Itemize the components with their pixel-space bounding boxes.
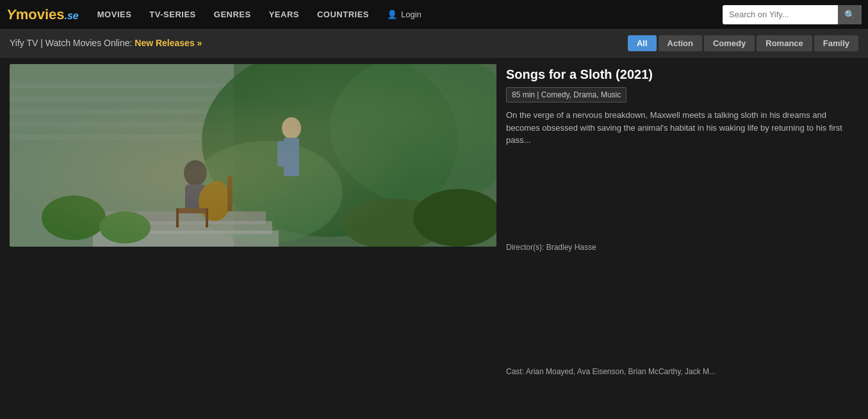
filter-all[interactable]: All: [628, 35, 657, 51]
svg-rect-19: [284, 138, 299, 176]
svg-rect-14: [185, 185, 206, 213]
nav-movies[interactable]: MOVIES: [88, 0, 141, 29]
new-releases-header: Yify TV | Watch Movies Online: New Relea…: [0, 29, 868, 58]
svg-point-18: [282, 117, 301, 139]
filter-romance[interactable]: Romance: [757, 35, 812, 51]
logo[interactable]: Ymovies.se: [6, 6, 79, 23]
svg-rect-6: [10, 135, 234, 140]
movie-cast: Cast: Arian Moayed, Ava Eisenson, Brian …: [506, 367, 858, 376]
nav-countries[interactable]: COUNTRIES: [308, 0, 378, 29]
nav-links: MOVIES TV-SERIES GENRES YEARS COUNTRIES …: [88, 0, 723, 29]
svg-point-16: [208, 181, 227, 204]
section-title-text: New Releases »: [135, 38, 202, 48]
svg-rect-22: [176, 208, 179, 227]
svg-rect-0: [10, 64, 496, 247]
search-button[interactable]: 🔍: [838, 5, 862, 24]
svg-rect-4: [10, 109, 234, 114]
featured-movie-image[interactable]: [10, 64, 496, 247]
svg-rect-23: [206, 208, 208, 227]
movie-poster-bg: [10, 64, 496, 247]
svg-point-9: [189, 141, 343, 243]
section-title-new-releases: Yify TV | Watch Movies Online: New Relea…: [10, 38, 202, 48]
nav-genres[interactable]: GENRES: [205, 0, 260, 29]
svg-point-8: [330, 64, 496, 205]
svg-rect-17: [227, 176, 233, 211]
svg-rect-21: [176, 208, 208, 213]
svg-point-13: [184, 160, 207, 186]
logo-se: .se: [65, 10, 79, 21]
login-label: Login: [401, 10, 422, 19]
filter-family[interactable]: Family: [814, 35, 858, 51]
filter-action[interactable]: Action: [659, 35, 702, 51]
featured-movie-info: Songs for a Sloth (2021) 85 min | Comedy…: [506, 64, 858, 419]
svg-rect-10: [106, 211, 266, 224]
navbar: Ymovies.se MOVIES TV-SERIES GENRES YEARS…: [0, 0, 868, 29]
featured-section: Songs for a Sloth (2021) 85 min | Comedy…: [0, 58, 868, 419]
svg-rect-1: [10, 64, 234, 247]
featured-scene-svg: [10, 64, 496, 247]
search-box: 🔍: [723, 5, 862, 24]
svg-rect-12: [93, 231, 279, 247]
filter-comedy[interactable]: Comedy: [704, 35, 755, 51]
svg-rect-20: [277, 141, 285, 167]
filter-tabs-new-releases: All Action Comedy Romance Family: [628, 35, 858, 51]
svg-point-26: [343, 199, 445, 247]
svg-rect-11: [99, 221, 272, 234]
svg-rect-2: [10, 83, 234, 88]
movie-meta: 85 min | Comedy, Drama, Music: [506, 87, 626, 103]
user-icon: 👤: [387, 10, 397, 19]
svg-point-27: [413, 189, 496, 247]
search-input[interactable]: [723, 10, 838, 19]
logo-movies: movies: [16, 6, 65, 22]
movie-director: Director(s): Bradley Hasse: [506, 243, 858, 252]
section-prefix: Yify TV | Watch Movies Online:: [10, 38, 135, 48]
nav-years[interactable]: YEARS: [260, 0, 308, 29]
movie-title: Songs for a Sloth (2021): [506, 67, 858, 82]
nav-tv-series[interactable]: TV-SERIES: [140, 0, 204, 29]
svg-point-24: [42, 195, 106, 240]
logo-y: Y: [6, 6, 16, 22]
movie-description: On the verge of a nervous breakdown, Max…: [506, 109, 858, 147]
svg-rect-5: [10, 122, 234, 127]
svg-point-15: [199, 183, 231, 221]
login-link[interactable]: 👤 Login: [378, 10, 430, 19]
svg-rect-3: [10, 96, 234, 101]
svg-point-7: [202, 64, 458, 237]
svg-point-25: [99, 211, 151, 243]
